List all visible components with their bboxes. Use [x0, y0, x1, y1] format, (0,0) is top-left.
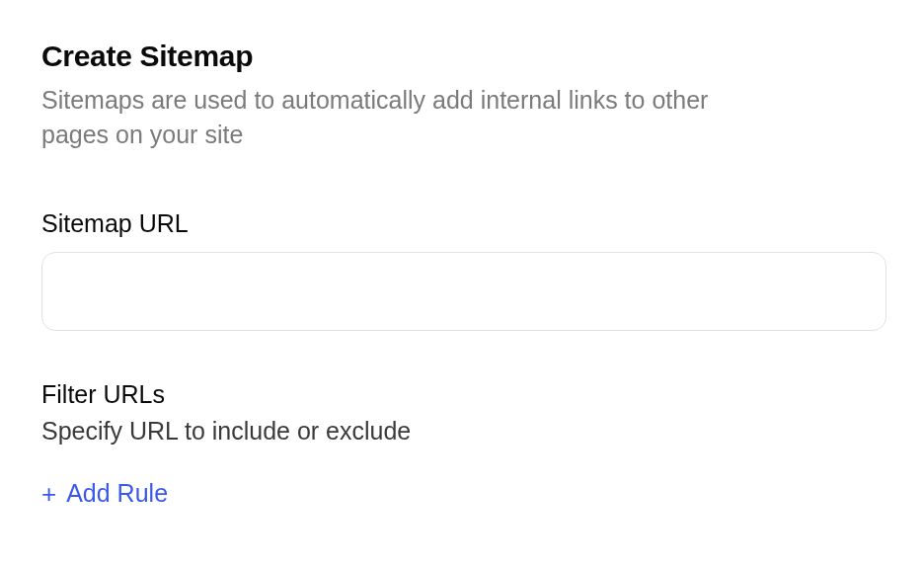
filter-urls-title: Filter URLs	[41, 380, 885, 409]
add-rule-label: Add Rule	[66, 479, 168, 508]
page-title: Create Sitemap	[41, 40, 885, 73]
sitemap-url-input[interactable]	[41, 252, 886, 331]
sitemap-url-label: Sitemap URL	[41, 209, 885, 238]
add-rule-button[interactable]: + Add Rule	[41, 479, 168, 508]
filter-urls-subtitle: Specify URL to include or exclude	[41, 417, 885, 446]
page-subtitle: Sitemaps are used to automatically add i…	[41, 83, 752, 152]
sitemap-url-field: Sitemap URL	[41, 209, 885, 331]
filter-urls-section: Filter URLs Specify URL to include or ex…	[41, 380, 885, 508]
plus-icon: +	[41, 481, 56, 507]
